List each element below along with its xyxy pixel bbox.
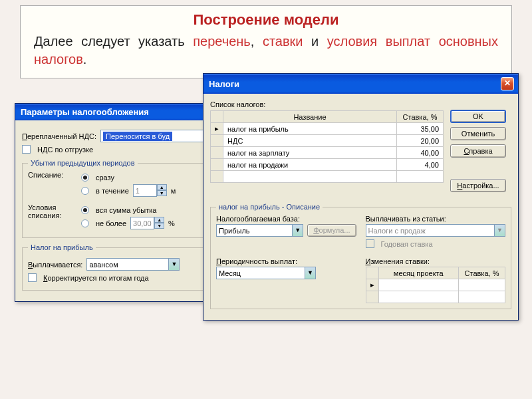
spin-down-icon[interactable]: ▼ [154,223,164,229]
paid-value: авансом [89,261,118,269]
writeoff-during-input[interactable] [133,184,157,197]
rate-changes-label: Изменения ставки: [366,257,506,265]
tax-base-label: Налогооблагаемая база: [216,215,356,223]
formula-button: Формула... [307,224,356,237]
period-combo[interactable]: Месяц ▼ [216,267,316,279]
vat-on-shipment-checkbox[interactable] [22,145,31,154]
table-row [211,171,444,183]
taxes-titlebar[interactable]: Налоги ✕ [203,74,518,94]
profit-tax-group: Налог на прибыль Выплачивается: авансом … [22,243,220,291]
writeoff-cond-label: Условия списания: [28,203,74,219]
cancel-button[interactable]: Отменить [450,127,506,140]
tax-list-table[interactable]: Название Ставка, % ▸налог на прибыль35,0… [210,110,444,183]
vat-overpaid-combo[interactable]: Переносится в буд [100,130,220,142]
prior-losses-group: Убытки предыдущих периодов Списание: сра… [22,159,220,238]
ok-button[interactable]: OK [450,110,506,123]
close-icon[interactable]: ✕ [501,77,514,90]
annual-rate-label: Годовая ставка [381,240,433,248]
writeoff-during-spinner[interactable]: ▲▼ [133,184,167,197]
year-correct-checkbox[interactable] [28,273,37,282]
row-marker-icon: ▸ [366,279,378,291]
tax-description-legend: налог на прибыль - Описание [216,203,323,211]
cond-notmore-label: не более [96,219,126,227]
cond-full-label: вся сумма убытка [96,206,156,214]
cond-notmore-input[interactable] [130,217,154,229]
payfrom-value: Налоги с продаж [368,227,426,235]
vat-overpaid-value: Переносится в буд [103,132,172,141]
spin-up-icon[interactable]: ▲ [154,217,164,223]
writeoff-during-label: в течение [96,187,129,195]
vat-overpaid-label: Переплаченный НДС: [22,132,96,140]
period-label: Периодичность выплат: [216,257,356,265]
cond-notmore-radio[interactable] [81,219,89,227]
help-button[interactable]: Справка [450,144,506,158]
page-title: Построение модели [34,11,498,29]
chevron-down-icon: ▼ [292,225,303,236]
table-row: ▸налог на прибыль35,00 [211,123,444,135]
tax-base-value: Прибыль [219,227,250,235]
taxes-title: Налоги [209,79,239,89]
table-row: налог на зарплату40,00 [211,147,444,159]
notmore-unit: % [168,219,175,227]
tax-params-window: Параметры налогообложения Переплаченный … [15,103,227,302]
writeoff-label: Списание: [28,171,74,179]
during-unit: м [171,187,176,195]
col-rate: Ставка, % [397,111,444,123]
chevron-down-icon: ▼ [305,267,315,279]
instruction-panel: Построение модели Далее следует указать … [20,5,512,78]
taxes-window: Налоги ✕ Список налогов: Название Ставка… [203,73,519,321]
instruction-text: Далее следует указать перечень, ставки и… [34,33,498,68]
tax-list-label: Список налогов: [210,100,444,108]
writeoff-immediate-radio[interactable] [81,174,89,182]
table-row: ▸ [366,279,505,291]
period-value: Месяц [219,269,241,277]
year-correct-label: Корректируется по итогам года [43,274,149,282]
prior-losses-legend: Убытки предыдущих периодов [28,159,138,167]
tax-description-group: налог на прибыль - Описание Налогооблага… [210,203,511,309]
tax-params-title: Параметры налогообложения [21,107,149,117]
spin-up-icon[interactable]: ▲ [157,184,167,190]
chevron-down-icon: ▼ [168,259,179,270]
profit-tax-legend: Налог на прибыль [28,243,96,251]
rate-changes-table[interactable]: месяц проекта Ставка, % ▸ [366,267,506,303]
payfrom-label: Выплачивать из статьи: [366,215,506,223]
cond-notmore-spinner[interactable]: ▲▼ [130,217,164,229]
col-month: месяц проекта [378,267,459,279]
settings-button[interactable]: Настройка... [450,179,506,192]
col-rate2: Ставка, % [459,267,505,279]
table-row [366,291,505,303]
writeoff-immediate-label: сразу [96,174,114,182]
table-row: НДС20,00 [211,135,444,147]
payfrom-combo: Налоги с продаж ▼ [366,224,506,237]
row-marker-icon: ▸ [211,123,223,135]
cond-full-radio[interactable] [81,206,89,214]
col-name: Название [223,111,397,123]
writeoff-during-radio[interactable] [81,187,89,195]
paid-combo[interactable]: авансом ▼ [86,258,180,271]
tax-params-titlebar[interactable]: Параметры налогообложения [15,104,227,120]
spin-down-icon[interactable]: ▼ [157,190,167,196]
vat-on-shipment-label: НДС по отгрузке [37,146,93,154]
chevron-down-icon: ▼ [494,225,505,236]
annual-rate-checkbox [366,239,374,248]
table-row: налог на продажи4,00 [211,159,444,171]
tax-base-combo[interactable]: Прибыль ▼ [216,224,303,237]
paid-label: Выплачивается: [28,261,82,269]
